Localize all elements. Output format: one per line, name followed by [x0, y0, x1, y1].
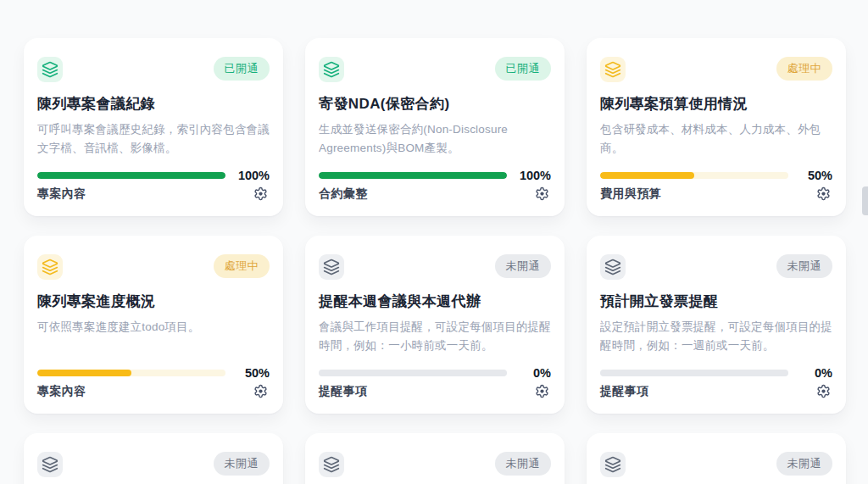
card-footer: 合約彙整	[319, 185, 551, 203]
feature-card: 未開通 提醒本週會議與本週代辦 會議與工作項目提醒，可設定每個項目的提醒時間，例…	[305, 236, 565, 414]
status-badge: 已開通	[495, 57, 552, 81]
status-badge: 未開通	[776, 254, 833, 278]
layers-icon	[319, 452, 344, 477]
feature-card: 處理中 陳列專案進度概況 可依照專案進度建立todo項目。 50% 專案內容	[24, 236, 283, 414]
progress-percent: 100%	[236, 169, 270, 182]
card-footer: 專案內容	[37, 185, 270, 203]
progress-row: 100%	[37, 169, 270, 182]
progress-row: 50%	[37, 366, 270, 380]
layers-icon	[600, 57, 626, 82]
settings-gear-icon[interactable]	[252, 382, 270, 400]
card-description: 可呼叫專案會議歷史紀錄，索引內容包含會議文字檔、音訊檔、影像檔。	[37, 120, 270, 158]
status-badge: 未開通	[495, 254, 552, 278]
card-header: 未開通	[600, 254, 832, 280]
category-label: 提醒事項	[319, 384, 368, 399]
category-label: 提醒事項	[600, 384, 649, 399]
progress-row: 50%	[600, 169, 832, 182]
layers-icon	[37, 452, 63, 477]
progress-bar-fill	[600, 172, 694, 179]
card-title: 寄發NDA(保密合約)	[319, 94, 551, 114]
progress-percent: 0%	[798, 366, 832, 380]
feature-card-grid: 已開通 陳列專案會議紀錄 可呼叫專案會議歷史紀錄，索引內容包含會議文字檔、音訊檔…	[24, 38, 846, 484]
feature-card: 已開通 陳列專案會議紀錄 可呼叫專案會議歷史紀錄，索引內容包含會議文字檔、音訊檔…	[24, 38, 283, 216]
progress-bar-fill	[319, 172, 507, 179]
card-footer: 提醒事項	[600, 382, 832, 400]
settings-gear-icon[interactable]	[815, 185, 832, 203]
card-header: 處理中	[600, 57, 832, 82]
progress-bar	[37, 370, 225, 376]
progress-percent: 50%	[798, 169, 832, 182]
progress-bar	[37, 172, 225, 179]
feature-card-partial: 未開通	[587, 433, 846, 484]
progress-row: 0%	[319, 366, 551, 380]
progress-bar	[319, 370, 507, 376]
settings-gear-icon[interactable]	[252, 185, 270, 203]
status-badge: 已開通	[214, 57, 270, 81]
scrollbar-thumb[interactable]	[862, 186, 868, 215]
card-header: 未開通	[319, 254, 551, 280]
feature-card-partial: 未開通	[24, 433, 283, 484]
card-title: 提醒本週會議與本週代辦	[319, 292, 551, 312]
progress-bar-fill	[37, 370, 131, 376]
settings-gear-icon[interactable]	[533, 185, 551, 203]
progress-percent: 100%	[517, 169, 551, 182]
settings-gear-icon[interactable]	[533, 382, 551, 400]
layers-icon	[37, 57, 63, 82]
progress-bar	[600, 370, 788, 376]
layers-icon	[600, 452, 626, 477]
progress-percent: 0%	[517, 366, 551, 380]
card-header: 未開通	[37, 452, 270, 477]
layers-icon	[319, 254, 344, 280]
card-description: 包含研發成本、材料成本、人力成本、外包商。	[600, 120, 832, 158]
feature-card: 處理中 陳列專案預算使用情況 包含研發成本、材料成本、人力成本、外包商。 50%…	[587, 38, 846, 216]
card-description: 會議與工作項目提醒，可設定每個項目的提醒時間，例如：一小時前或一天前。	[319, 318, 551, 355]
category-label: 專案內容	[37, 384, 86, 399]
category-label: 合約彙整	[319, 186, 368, 202]
layers-icon	[37, 254, 63, 280]
category-label: 專案內容	[37, 186, 86, 202]
card-header: 已開通	[37, 57, 270, 82]
progress-bar-fill	[37, 172, 225, 179]
category-label: 費用與預算	[600, 186, 661, 202]
progress-bar	[319, 172, 507, 179]
progress-bar	[600, 172, 788, 179]
status-badge: 處理中	[214, 254, 270, 278]
card-footer: 費用與預算	[600, 185, 832, 203]
card-footer: 專案內容	[37, 382, 270, 400]
layers-icon	[600, 254, 626, 280]
feature-card: 已開通 寄發NDA(保密合約) 生成並發送保密合約(Non-Disclosure…	[305, 38, 565, 216]
progress-percent: 50%	[236, 366, 270, 380]
card-footer: 提醒事項	[319, 382, 551, 400]
feature-card-partial: 未開通	[305, 433, 565, 484]
status-badge: 處理中	[776, 57, 833, 81]
status-badge: 未開通	[495, 452, 552, 476]
card-description: 生成並發送保密合約(Non-Disclosure Agreements)與BOM…	[319, 120, 551, 158]
card-title: 陳列專案進度概況	[37, 292, 270, 312]
status-badge: 未開通	[776, 452, 833, 476]
progress-row: 100%	[319, 169, 551, 182]
card-header: 已開通	[319, 57, 551, 82]
progress-row: 0%	[600, 366, 832, 380]
card-title: 預計開立發票提醒	[600, 292, 832, 312]
card-header: 未開通	[319, 452, 551, 477]
card-header: 處理中	[37, 254, 270, 280]
card-title: 陳列專案預算使用情況	[600, 94, 832, 114]
status-badge: 未開通	[214, 452, 270, 476]
card-title: 陳列專案會議紀錄	[37, 94, 270, 114]
card-description: 可依照專案進度建立todo項目。	[37, 318, 270, 355]
card-header: 未開通	[600, 452, 832, 477]
settings-gear-icon[interactable]	[815, 382, 832, 400]
layers-icon	[319, 57, 344, 82]
feature-card: 未開通 預計開立發票提醒 設定預計開立發票提醒，可設定每個項目的提醒時間，例如：…	[587, 236, 846, 414]
card-description: 設定預計開立發票提醒，可設定每個項目的提醒時間，例如：一週前或一天前。	[600, 318, 832, 355]
